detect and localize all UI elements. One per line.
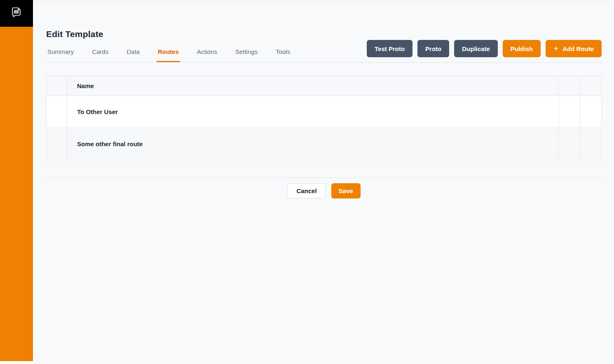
publish-button[interactable]: Publish	[503, 40, 541, 57]
tab-actions[interactable]: Actions	[196, 46, 218, 62]
row-name-cell: Some other final route	[67, 128, 559, 160]
row-cell-empty-1	[559, 96, 580, 128]
main-panel: Edit Template Test Proto Proto Duplicate…	[33, 0, 614, 364]
footer-divider	[46, 177, 602, 178]
header-cell-empty-left	[47, 76, 67, 96]
publish-label: Publish	[511, 45, 533, 52]
add-route-button[interactable]: + Add Route	[546, 40, 602, 57]
table-header-row: Name	[47, 76, 602, 96]
proto-button[interactable]: Proto	[417, 40, 449, 57]
header-cell-name: Name	[67, 76, 559, 96]
plus-icon: +	[553, 44, 558, 53]
tab-routes[interactable]: Routes	[157, 46, 180, 62]
row-cell-empty-left	[47, 96, 67, 128]
footer-actions: Cancel Save	[46, 183, 602, 198]
proto-label: Proto	[425, 45, 441, 52]
duplicate-label: Duplicate	[462, 45, 490, 52]
row-cell-empty-2	[580, 128, 602, 160]
tab-settings[interactable]: Settings	[234, 46, 259, 62]
add-route-label: Add Route	[562, 45, 594, 52]
row-name-cell: To Other User	[67, 96, 559, 128]
header-cell-empty-1	[559, 76, 580, 96]
duplicate-button[interactable]: Duplicate	[454, 40, 498, 57]
row-cell-empty-1	[559, 128, 580, 160]
tab-summary[interactable]: Summary	[46, 46, 75, 62]
page-content: Edit Template Test Proto Proto Duplicate…	[33, 0, 614, 198]
test-proto-button[interactable]: Test Proto	[367, 40, 412, 57]
app-logo[interactable]	[0, 0, 33, 27]
header-cell-empty-2	[580, 76, 602, 96]
row-cell-empty-2	[580, 96, 602, 128]
table-row[interactable]: To Other User	[47, 96, 602, 128]
row-cell-empty-left	[47, 128, 67, 160]
test-proto-label: Test Proto	[375, 45, 405, 52]
routes-table: Name To Other User Some other final rout…	[46, 76, 602, 160]
chat-document-icon	[8, 5, 25, 23]
tab-data[interactable]: Data	[125, 46, 141, 62]
cancel-button[interactable]: Cancel	[287, 183, 326, 198]
tab-cards[interactable]: Cards	[91, 46, 110, 62]
sidebar	[0, 0, 33, 361]
toolbar: Test Proto Proto Duplicate Publish + Add…	[367, 40, 602, 57]
table-row[interactable]: Some other final route	[47, 128, 602, 160]
page-title: Edit Template	[46, 29, 602, 39]
save-button[interactable]: Save	[331, 183, 361, 198]
tab-tools[interactable]: Tools	[274, 46, 291, 62]
